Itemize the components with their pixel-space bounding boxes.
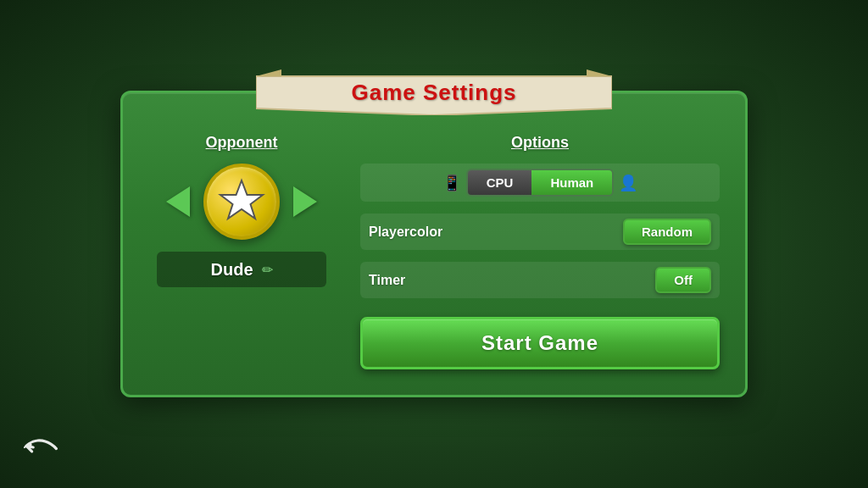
- banner: Game Settings: [256, 69, 612, 115]
- timer-label: Timer: [369, 273, 648, 288]
- game-settings-dialog: Game Settings Opponent: [120, 91, 748, 397]
- back-button[interactable]: [24, 434, 58, 464]
- opponent-name: Dude: [211, 260, 253, 280]
- opponent-name-box: Dude ✏: [157, 252, 326, 287]
- opponent-section-title: Opponent: [206, 134, 278, 152]
- arrow-left-icon: [166, 186, 190, 217]
- human-icon: 👤: [619, 174, 637, 192]
- timer-row: Timer Off: [360, 262, 720, 298]
- dialog-title: Game Settings: [351, 80, 516, 106]
- next-opponent-button[interactable]: [290, 186, 320, 217]
- right-panel: Options 📱 CPU Human 👤 Playercolor Random…: [360, 134, 720, 369]
- options-section-title: Options: [360, 134, 720, 152]
- opponent-avatar: [203, 164, 280, 240]
- avatar-row: [163, 164, 320, 240]
- playercolor-value-button[interactable]: Random: [623, 219, 711, 245]
- prev-opponent-button[interactable]: [163, 186, 193, 217]
- playercolor-row: Playercolor Random: [360, 214, 720, 250]
- svg-marker-2: [587, 69, 612, 76]
- opponent-type-toggle: CPU Human: [466, 169, 615, 197]
- cpu-toggle-button[interactable]: CPU: [468, 170, 532, 195]
- human-toggle-button[interactable]: Human: [531, 170, 612, 195]
- timer-value-button[interactable]: Off: [655, 267, 711, 293]
- arrow-right-icon: [293, 186, 317, 217]
- start-game-button[interactable]: Start Game: [360, 317, 720, 369]
- svg-marker-1: [256, 69, 281, 76]
- playercolor-label: Playercolor: [369, 225, 616, 240]
- star-icon: [217, 177, 266, 226]
- dialog-content: Opponent Dude ✏: [148, 134, 720, 369]
- cpu-icon: 📱: [442, 174, 461, 192]
- opponent-type-row: 📱 CPU Human 👤: [360, 164, 720, 202]
- svg-marker-3: [220, 180, 263, 219]
- left-panel: Opponent Dude ✏: [148, 134, 335, 369]
- edit-name-icon[interactable]: ✏: [262, 262, 273, 278]
